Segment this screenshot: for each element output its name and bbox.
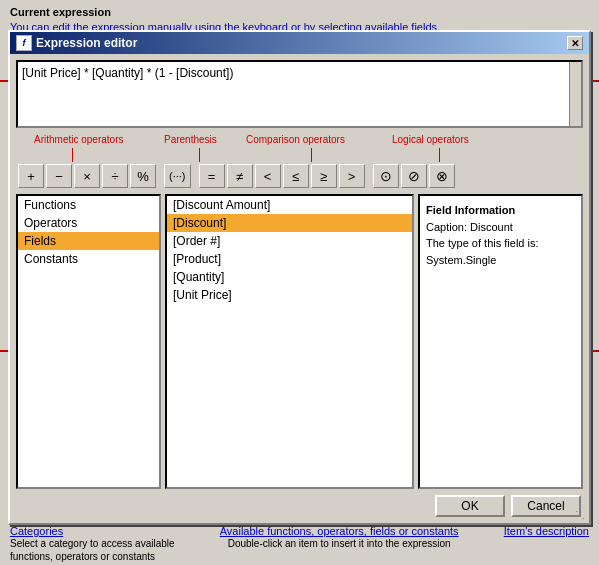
plus-button[interactable]: + [18, 164, 44, 188]
cancel-button[interactable]: Cancel [511, 495, 581, 517]
paren-connector [199, 148, 200, 162]
logical-connector [439, 148, 440, 162]
separator3 [367, 164, 371, 188]
field-quantity[interactable]: [Quantity] [167, 268, 412, 286]
arithmetic-operators-label: Arithmetic operators [34, 134, 123, 145]
expression-scrollbar[interactable] [569, 62, 581, 126]
resize-grip[interactable]: ⋱ [575, 509, 587, 521]
expression-input[interactable]: [Unit Price] * [Quantity] * (1 - [Discou… [16, 60, 583, 128]
category-operators[interactable]: Operators [18, 214, 159, 232]
ok-button[interactable]: OK [435, 495, 505, 517]
field-order-number[interactable]: [Order #] [167, 232, 412, 250]
equals-button[interactable]: = [199, 164, 225, 188]
logical1-button[interactable]: ⊙ [373, 164, 399, 188]
less-equal-button[interactable]: ≤ [283, 164, 309, 188]
field-discount-amount[interactable]: [Discount Amount] [167, 196, 412, 214]
logical3-button[interactable]: ⊗ [429, 164, 455, 188]
logical-operators-label: Logical operators [392, 134, 469, 145]
not-equals-button[interactable]: ≠ [227, 164, 253, 188]
categories-annotation-title: Categories [10, 525, 175, 537]
arith-connector [72, 148, 73, 162]
operator-labels-row: Arithmetic operators Parenthesis Compari… [16, 134, 583, 162]
parenthesis-label: Parenthesis [164, 134, 217, 145]
field-info-title: Field Information [426, 202, 575, 219]
field-information: Field Information Caption: Discount The … [420, 196, 581, 274]
title-bar: f Expression editor ✕ [10, 32, 589, 54]
current-expression-label: Current expression [10, 6, 589, 18]
field-type-line: The type of this field is: [426, 235, 575, 252]
greater-equal-button[interactable]: ≥ [311, 164, 337, 188]
categories-panel: Functions Operators Fields Constants [16, 194, 161, 489]
operator-buttons-row: + − × ÷ % (···) = ≠ < ≤ ≥ > ⊙ ⊘ ⊗ [16, 162, 583, 190]
expression-editor-dialog: f Expression editor ✕ [Unit Price] * [Qu… [8, 30, 591, 525]
field-type-value: System.Single [426, 252, 575, 269]
available-annotation-desc: Double-click an item to insert it into t… [220, 537, 459, 550]
category-constants[interactable]: Constants [18, 250, 159, 268]
available-annotation-title: Available functions, operators, fields o… [220, 525, 459, 537]
bottom-annotations: Categories Select a category to access a… [0, 523, 599, 565]
field-discount[interactable]: [Discount] [167, 214, 412, 232]
categories-annotation-desc1: Select a category to access available [10, 537, 175, 550]
comp-connector [311, 148, 312, 162]
field-info-panel: Field Information Caption: Discount The … [418, 194, 583, 489]
separator1 [158, 164, 162, 188]
available-annotation: Available functions, operators, fields o… [220, 525, 459, 563]
divide-button[interactable]: ÷ [102, 164, 128, 188]
categories-annotation: Categories Select a category to access a… [10, 525, 175, 563]
comparison-operators-label: Comparison operators [246, 134, 345, 145]
categories-annotation-desc2: functions, operators or constants [10, 550, 175, 563]
field-product[interactable]: [Product] [167, 250, 412, 268]
items-annotation: Item's description [504, 525, 589, 563]
field-unit-price[interactable]: [Unit Price] [167, 286, 412, 304]
title-bar-left: f Expression editor [16, 35, 137, 51]
panels-area: Functions Operators Fields Constants [Di… [16, 194, 583, 489]
category-fields[interactable]: Fields [18, 232, 159, 250]
dialog-title: Expression editor [36, 36, 137, 50]
category-functions[interactable]: Functions [18, 196, 159, 214]
multiply-button[interactable]: × [74, 164, 100, 188]
field-caption-line: Caption: Discount [426, 219, 575, 236]
percent-button[interactable]: % [130, 164, 156, 188]
close-button[interactable]: ✕ [567, 36, 583, 50]
less-than-button[interactable]: < [255, 164, 281, 188]
parenthesis-button[interactable]: (···) [164, 164, 191, 188]
greater-than-button[interactable]: > [339, 164, 365, 188]
minus-button[interactable]: − [46, 164, 72, 188]
dialog-icon: f [16, 35, 32, 51]
dialog-content: [Unit Price] * [Quantity] * (1 - [Discou… [10, 54, 589, 523]
logical2-button[interactable]: ⊘ [401, 164, 427, 188]
bottom-buttons: OK Cancel [16, 495, 583, 517]
available-items-panel: [Discount Amount] [Discount] [Order #] [… [165, 194, 414, 489]
separator2 [193, 164, 197, 188]
items-annotation-title: Item's description [504, 525, 589, 537]
